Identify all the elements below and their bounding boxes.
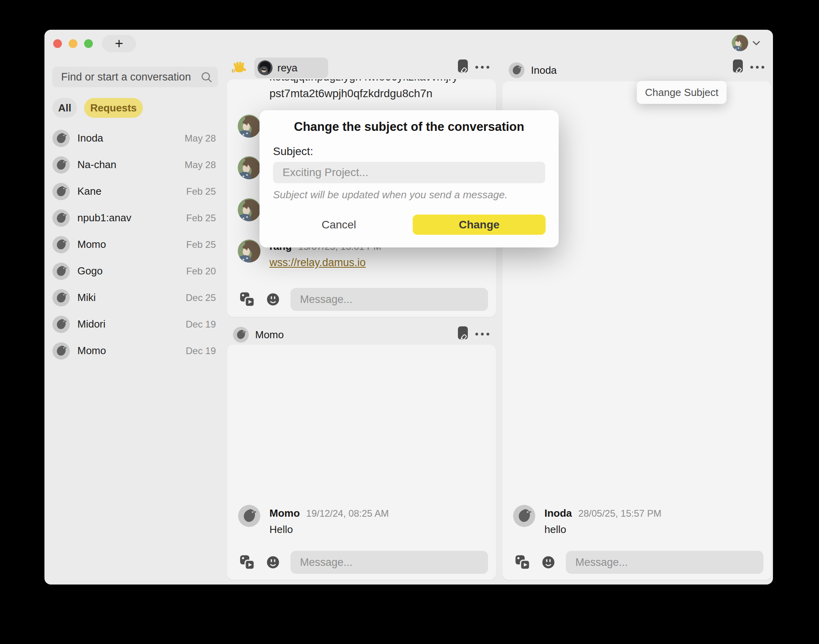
conversation-date: Dec 25 [186,292,216,303]
search-icon [201,71,212,83]
conversation-name: Kane [77,185,179,197]
default-avatar [52,130,70,147]
npub-line-clipped: ketsqjqtfnpdgzlygn4wfe66ykzkavvmjry [269,79,488,85]
default-avatar [52,236,70,253]
rang-avatar [238,156,261,179]
conversation-date: Dec 19 [186,319,216,330]
message-input[interactable] [566,551,763,574]
window-controls [53,39,93,48]
emoji-picker-icon[interactable] [265,555,281,570]
chevron-down-icon [752,40,760,46]
conversation-row[interactable]: Midori Dec 19 [52,311,216,337]
conversation-name: npub1:anav [77,212,179,224]
plus-icon: + [115,35,123,52]
close-window-button[interactable] [53,39,62,48]
default-avatar [52,342,70,360]
conversation-name: Miki [77,291,178,304]
tab-requests[interactable]: Requests [84,98,143,118]
default-avatar [52,316,70,333]
conversation-name: Na-chan [77,159,177,171]
subject-field [273,162,545,183]
more-options-button[interactable] [750,66,764,69]
app-window: + All Requests Inoda May 28 Na-chan May … [44,30,773,585]
conversation-date: May 28 [185,159,216,171]
momo-avatar [238,505,260,527]
default-avatar [52,263,70,280]
conversation-row[interactable]: npub1:anav Feb 25 [52,205,216,231]
rang-avatar [238,198,261,221]
chat-header-inoda: Inoda [509,60,557,80]
conversation-row[interactable]: Miki Dec 25 [52,284,216,311]
conversation-search [52,67,218,87]
message-text: hello [544,523,661,536]
change-button[interactable]: Change [413,215,546,235]
minimize-window-button[interactable] [69,39,77,48]
default-avatar [52,289,70,307]
more-options-button[interactable] [475,66,489,69]
conversation-name: Midori [77,318,178,330]
relay-link[interactable]: wss://relay.damus.io [269,257,366,269]
reya-avatar [258,60,273,75]
more-options-button[interactable] [475,333,489,335]
composer-reya [239,288,488,311]
conversation-row[interactable]: Inoda May 28 [52,125,216,151]
chat-panel-momo: Momo 19/12/24, 08:25 AM Hello [227,345,496,580]
account-menu-button[interactable] [732,34,760,51]
message-input[interactable] [290,551,488,574]
wave-emoji [232,60,247,75]
subject-label: Subject: [273,145,313,158]
inoda-avatar [509,62,525,78]
conversation-filter-tabs: All Requests [52,98,143,118]
search-input[interactable] [52,67,218,87]
chat-header-momo: Momo [233,324,284,345]
conversation-row[interactable]: Gogo Feb 20 [52,258,216,284]
npub-message: ketsqjqtfnpdgzlygn4wfe66ykzkavvmjry pst7… [227,79,496,102]
inoda-avatar [513,505,535,527]
default-avatar [52,209,70,227]
attach-media-icon[interactable] [239,291,256,308]
composer-momo [239,551,488,574]
default-avatar [52,183,70,200]
subject-input[interactable] [273,162,545,183]
npub-line: pst7mta2t6wpjh0qfzkdrdgu8ch7n [269,85,488,102]
composer-inoda [514,551,763,574]
conversation-date: May 28 [185,133,216,144]
conversation-date: Feb 25 [186,239,216,250]
change-subject-icon[interactable] [732,59,745,75]
change-subject-dialog: Change the subject of the conversation S… [260,110,559,247]
message-author: Inoda [544,507,572,519]
rang-avatar [238,240,261,263]
conversation-row[interactable]: Kane Feb 25 [52,178,216,205]
change-subject-icon[interactable] [457,59,470,75]
conversation-date: Dec 19 [186,345,216,356]
conversation-row[interactable]: Momo Feb 25 [52,231,216,258]
default-avatar [52,156,70,174]
conversation-row[interactable]: Na-chan May 28 [52,151,216,178]
rang-avatar [238,115,261,138]
subject-hint: Subject will be updated when you send a … [273,189,508,201]
emoji-picker-icon[interactable] [265,292,281,307]
emoji-picker-icon[interactable] [541,555,556,570]
dialog-title: Change the subject of the conversation [260,120,559,134]
attach-media-icon[interactable] [239,554,256,571]
conversation-row[interactable]: Momo Dec 19 [52,337,216,364]
message-author: Momo [269,507,300,519]
new-tab-button[interactable]: + [102,35,136,52]
message-timestamp: 28/05/25, 15:57 PM [578,508,661,519]
chat-title-label: Momo [255,329,284,341]
chat-title-reya[interactable]: reya [254,58,328,78]
account-avatar [732,34,748,51]
zoom-window-button[interactable] [84,39,93,48]
momo-avatar [233,327,249,343]
conversation-name: Gogo [77,265,179,277]
tab-all[interactable]: All [52,98,77,118]
message-momo: Momo 19/12/24, 08:25 AM Hello [238,505,389,536]
conversation-name: Momo [77,345,178,357]
attach-media-icon[interactable] [514,554,531,571]
change-subject-icon[interactable] [457,326,470,342]
message-inoda: Inoda 28/05/25, 15:57 PM hello [513,505,661,536]
message-input[interactable] [290,288,488,311]
chat-title-label: Inoda [531,64,557,77]
cancel-button[interactable]: Cancel [311,215,367,235]
conversation-name: Momo [77,238,179,251]
